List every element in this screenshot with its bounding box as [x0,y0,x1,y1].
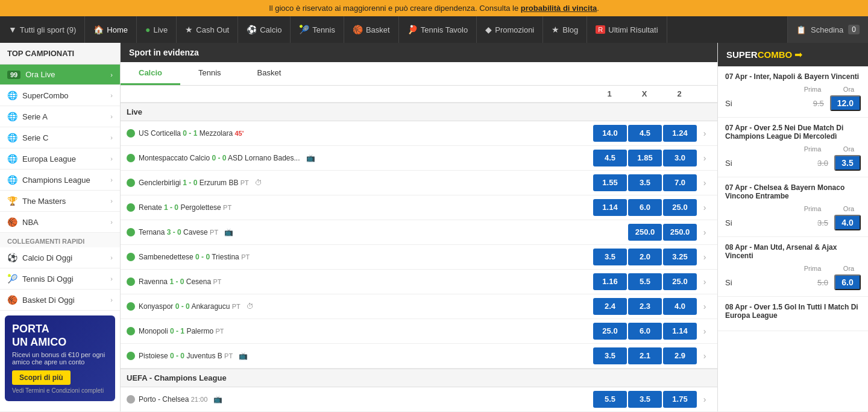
combo-date: 07 Apr - Over 2.5 Nei Due Match Di Champ… [725,124,861,141]
odds-2-button[interactable]: 1.75 [663,391,697,408]
match-name: Porto - Chelsea 21:00 [139,395,207,404]
sidebar-label-serie-c: Serie C [22,133,48,142]
odds-1-button[interactable]: 4.5 [593,150,627,166]
tab-basket[interactable]: Basket [239,62,300,85]
nav-cashout[interactable]: ★ Cash Out [177,16,238,43]
more-odds-button[interactable]: › [698,273,711,290]
globe-icon: 🌐 [7,133,17,142]
odds-1-button[interactable]: 1.55 [593,174,627,191]
banner-cta-button[interactable]: Scopri di più [12,370,71,385]
nav-tennis[interactable]: 🎾 Tennis [291,16,344,43]
odds-1-button[interactable]: 3.5 [593,249,627,265]
combo-new-price-button[interactable]: 4.0 [834,215,861,230]
schedina-button[interactable]: 📋 Schedina 0 [787,16,868,43]
odds-2-button[interactable]: 1.14 [663,323,697,340]
odds-2-button[interactable]: 3.25 [663,249,697,265]
odds-x-button[interactable]: 3.5 [628,391,662,408]
odds-x-button[interactable]: 5.5 [628,273,662,290]
tab-tennis[interactable]: Tennis [180,62,239,85]
more-odds-button[interactable]: › [698,150,711,166]
combo-new-price-button[interactable]: 6.0 [834,274,861,290]
combo-date: 07 Apr - Chelsea & Bayern Monaco Vincono… [725,183,861,200]
odds-2-button[interactable]: 250.0 [663,224,697,241]
table-row: Renate 1 - 0 Pergolettese PT 1.14 6.0 25… [121,195,717,220]
odds-2-button[interactable]: 25.0 [663,199,697,216]
more-odds-button[interactable]: › [698,249,711,265]
odds-2-button[interactable]: 25.0 [663,273,697,290]
home-icon: 🏠 [93,25,104,34]
promo-icon: ◆ [485,25,492,34]
odds-x-button[interactable]: 6.0 [628,323,662,340]
odds-2-button[interactable]: 4.0 [663,298,697,315]
sidebar-item-tennis-oggi[interactable]: 🎾 Tennis Di Oggi › [0,268,120,290]
nav-basket[interactable]: 🏀 Basket [344,16,399,43]
odds-x-button[interactable]: 250.0 [628,224,662,241]
more-odds-button[interactable]: › [698,323,711,340]
odds-2-button[interactable]: 1.24 [663,125,697,142]
odds-1-button[interactable]: 25.0 [593,323,627,340]
odds-x-button[interactable]: 4.5 [628,125,662,142]
more-odds-button[interactable]: › [698,174,711,191]
sidebar-item-ora-live[interactable]: 99 Ora Live › [0,65,120,85]
chevron-right-icon: › [110,71,113,78]
sidebar-item-europa-league[interactable]: 🌐 Europa League › [0,148,120,170]
odds-x-button[interactable]: 3.5 [628,174,662,191]
schedina-badge: 0 [848,25,860,34]
supercombo-header: SUPERCOMBO ➡ [718,43,868,66]
sidebar-item-serie-a[interactable]: 🌐 Serie A › [0,106,120,127]
odds-1-button[interactable]: 14.0 [593,125,627,142]
sidebar-item-supercombo[interactable]: 🌐 SuperCombo › [0,85,120,106]
tab-calcio[interactable]: Calcio [121,62,180,85]
odds-x-button[interactable]: 1.85 [628,150,662,166]
banner-terms: Vedi Termini e Condizioni completi [12,387,108,394]
combo-new-price-button[interactable]: 3.5 [834,155,861,171]
odds-x-button[interactable]: 6.0 [628,199,662,216]
odds-2-button[interactable]: 7.0 [663,174,697,191]
match-name: Ravenna 1 - 0 Cesena PT [139,277,221,286]
more-odds-button[interactable]: › [698,125,711,142]
nav-risultati[interactable]: R Ultimi Risultati [587,16,667,43]
live-indicator [127,327,135,335]
sidebar-banner: PORTA UN AMICO Ricevi un bonus di €10 pe… [5,315,115,401]
sidebar-item-basket-oggi[interactable]: 🏀 Basket Di Oggi › [0,290,120,311]
odds-1-button[interactable]: 1.16 [593,273,627,290]
odds-1-button[interactable]: 2.4 [593,298,627,315]
combo-card: 07 Apr - Chelsea & Bayern Monaco Vincono… [718,177,868,237]
odds-x-button[interactable]: 2.3 [628,298,662,315]
more-odds-button[interactable]: › [698,224,711,241]
odds-2-button[interactable]: 2.9 [663,347,697,364]
odds-x-button[interactable]: 2.1 [628,347,662,364]
nav-tennis-tavolo[interactable]: 🏓 Tennis Tavolo [399,16,477,43]
nav-calcio[interactable]: ⚽ Calcio [238,16,291,43]
more-odds-button[interactable]: › [698,347,711,364]
more-odds-button[interactable]: › [698,298,711,315]
live-indicator [127,154,135,162]
main-content: Sport in evidenza Calcio Tennis Basket 1… [121,43,717,411]
sidebar-label-europa-league: Europa League [22,154,76,163]
nav-live[interactable]: ● Live [137,16,177,43]
sport-icon: 🏆 [7,196,17,206]
combo-new-price-button[interactable]: 12.0 [830,95,861,111]
odds-1-button[interactable]: 3.5 [593,347,627,364]
nav-promozioni[interactable]: ◆ Promozioni [477,16,543,43]
more-odds-button[interactable]: › [698,391,711,408]
odds-header-row: 1 X 2 [121,86,717,103]
combo-label: Si [725,278,732,287]
live-badge: 99 [7,71,20,79]
nav-home[interactable]: 🏠 Home [85,16,137,43]
odds-x-button[interactable]: 2.0 [628,249,662,265]
odds-1-button[interactable]: 5.5 [593,391,627,408]
more-odds-button[interactable]: › [698,199,711,216]
nav-all-sports[interactable]: ▼ Tutti gli sport (9) [0,16,85,43]
sidebar-item-calcio-oggi[interactable]: ⚽ Calcio Di Oggi › [0,247,120,268]
sidebar-item-nba[interactable]: 🏀 NBA › [0,212,120,233]
sidebar-item-champions-league[interactable]: 🌐 Champions League › [0,170,120,191]
odds-1-button[interactable]: 1.14 [593,199,627,216]
live-indicator [127,203,135,212]
match-name: Ternana 3 - 0 Cavese PT [139,228,218,236]
nav-blog[interactable]: ★ Blog [543,16,587,43]
sidebar-item-the-masters[interactable]: 🏆 The Masters › [0,191,120,212]
odds-2-button[interactable]: 3.0 [663,150,697,166]
sidebar-item-serie-c[interactable]: 🌐 Serie C › [0,127,120,148]
chevron-right-icon: › [110,155,113,162]
